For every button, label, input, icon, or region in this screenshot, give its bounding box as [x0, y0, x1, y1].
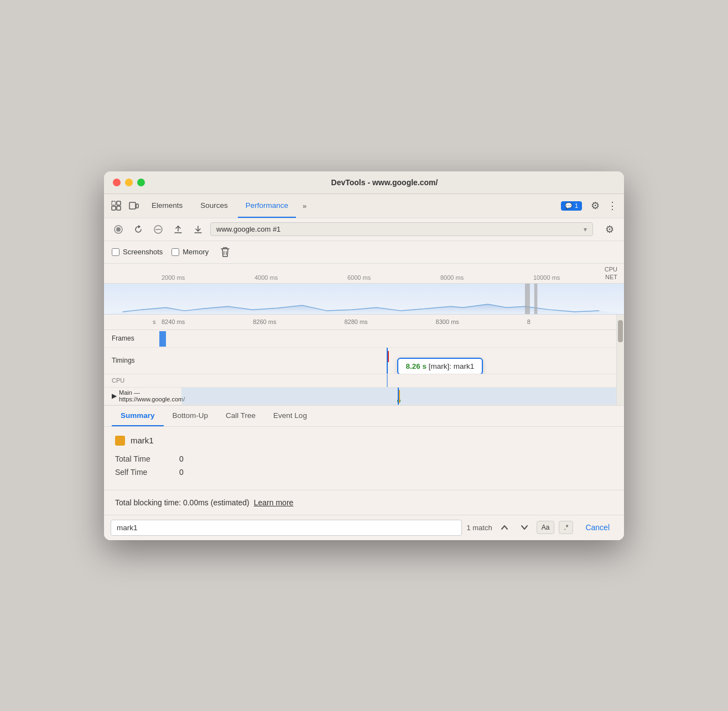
tick-2000: 2000 ms	[159, 274, 252, 283]
main-row: ▶ Main — https://www.google.com/	[104, 388, 616, 405]
time-ruler: 2000 ms 4000 ms 6000 ms 8000 ms 10000 ms…	[104, 264, 624, 284]
screenshots-checkbox[interactable]: Screenshots	[112, 248, 163, 256]
total-time-label: Total Time	[115, 454, 170, 463]
frames-label: Frames	[104, 334, 159, 342]
mark-text: [mark]: mark1	[427, 362, 474, 370]
cpu-row-content[interactable]	[159, 374, 616, 387]
cpu-label: CPU	[605, 266, 617, 273]
record-button[interactable]	[111, 222, 126, 237]
detail-tick-8300: 8300 ms	[434, 318, 525, 325]
tab-event-log[interactable]: Event Log	[264, 406, 316, 426]
detail-tick-8more: 8	[525, 318, 616, 325]
search-bar: 1 match Aa .* Cancel	[104, 515, 624, 540]
devtools-more-icon[interactable]: ⋮	[605, 200, 620, 212]
main-row-label[interactable]: ▶ Main — https://www.google.com/	[104, 389, 181, 402]
maximize-button[interactable]	[137, 179, 145, 186]
memory-checkbox[interactable]: Memory	[171, 248, 209, 256]
svg-rect-0	[112, 201, 116, 205]
bottom-panel: Summary Bottom-Up Call Tree Event Log ma…	[104, 406, 624, 540]
upload-button[interactable]	[170, 222, 186, 237]
case-sensitive-button[interactable]: Aa	[537, 521, 555, 534]
reload-button[interactable]	[131, 222, 146, 237]
svg-point-7	[116, 227, 121, 232]
clear-button[interactable]	[150, 222, 166, 237]
device-toggle-icon[interactable]	[126, 198, 142, 213]
cpu-row-label: CPU	[104, 377, 159, 384]
timings-content[interactable]: 8.26 s [mark]: mark1	[159, 348, 616, 374]
main-row-text: Main — https://www.google.com/	[119, 389, 185, 402]
self-time-label: Self Time	[115, 468, 170, 477]
overview-timeline: 2000 ms 4000 ms 6000 ms 8000 ms 10000 ms…	[104, 264, 624, 315]
blocking-section: Total blocking time: 0.00ms (estimated) …	[104, 490, 624, 515]
search-prev-button[interactable]	[497, 520, 512, 535]
close-button[interactable]	[113, 179, 121, 186]
frames-row: Frames	[104, 330, 616, 348]
net-label: NET	[605, 274, 617, 280]
svg-rect-16	[534, 284, 538, 314]
cpu-blue-line	[387, 374, 388, 387]
url-dropdown-icon[interactable]: ▾	[584, 226, 587, 233]
devtools-window: DevTools - www.google.com/ Elements Sour…	[104, 171, 624, 540]
inspector-icon[interactable]	[108, 198, 124, 213]
cancel-search-button[interactable]: Cancel	[578, 520, 617, 535]
main-blue-line	[398, 388, 399, 405]
tab-call-tree[interactable]: Call Tree	[217, 406, 264, 426]
timings-row: Timings 8.26 s [mark]: mark1	[104, 348, 616, 374]
tab-summary[interactable]: Summary	[112, 406, 164, 426]
regex-button[interactable]: .*	[559, 521, 573, 534]
detail-timeline: s 8240 ms 8260 ms 8280 ms 8300 ms 8 Fram…	[104, 315, 616, 405]
minimize-button[interactable]	[125, 179, 133, 186]
detail-tick-8240: 8240 ms	[159, 318, 251, 325]
svg-rect-2	[112, 206, 116, 210]
url-text: www.google.com #1	[216, 225, 280, 233]
tab-elements[interactable]: Elements	[144, 194, 190, 218]
detail-tick-8260: 8260 ms	[251, 318, 342, 325]
tab-bottom-up[interactable]: Bottom-Up	[164, 406, 217, 426]
mark-tooltip: 8.26 s [mark]: mark1	[397, 358, 483, 374]
mark-color-icon	[115, 436, 125, 446]
svg-rect-5	[136, 204, 138, 208]
svg-rect-3	[117, 206, 121, 210]
cpu-chart[interactable]	[104, 284, 624, 315]
tick-8000: 8000 ms	[438, 274, 531, 283]
chat-badge[interactable]: 💬 1	[561, 201, 582, 211]
tab-bar: Elements Sources Performance » 💬 1 ⚙ ⋮	[104, 194, 624, 218]
window-title: DevTools - www.google.com/	[154, 178, 615, 187]
url-bar[interactable]: www.google.com #1 ▾	[210, 222, 593, 236]
tab-sources[interactable]: Sources	[193, 194, 236, 218]
clear-recordings-button[interactable]	[217, 244, 233, 260]
mark-time: 8.26 s	[406, 362, 427, 370]
summary-title: mark1	[115, 436, 613, 446]
options-bar: Screenshots Memory	[104, 241, 624, 264]
search-match-count: 1 match	[466, 524, 492, 532]
total-time-row: Total Time 0	[115, 454, 613, 463]
summary-mark-name: mark1	[131, 436, 154, 445]
tick-4000: 4000 ms	[252, 274, 345, 283]
learn-more-link[interactable]: Learn more	[254, 498, 294, 507]
summary-section: mark1 Total Time 0 Self Time 0	[104, 427, 624, 490]
main-row-content[interactable]	[181, 388, 616, 405]
download-button[interactable]	[190, 222, 206, 237]
tab-more-button[interactable]: »	[298, 202, 311, 210]
devtools-settings-icon[interactable]: ⚙	[587, 198, 603, 213]
detail-timeline-wrapper: s 8240 ms 8260 ms 8280 ms 8300 ms 8 Fram…	[104, 315, 624, 406]
scrollbar-thumb[interactable]	[618, 320, 623, 342]
search-next-button[interactable]	[517, 520, 532, 535]
timings-label: Timings	[104, 357, 159, 364]
sub-tabs: Summary Bottom-Up Call Tree Event Log	[104, 406, 624, 427]
performance-toolbar: www.google.com #1 ▾ ⚙	[104, 218, 624, 241]
search-input[interactable]	[111, 520, 462, 536]
main-row-expand-icon[interactable]: ▶	[112, 392, 117, 400]
svg-rect-4	[129, 202, 136, 209]
frames-content[interactable]	[159, 330, 616, 347]
svg-rect-1	[117, 201, 121, 205]
self-time-row: Self Time 0	[115, 468, 613, 477]
cpu-row: CPU	[104, 374, 616, 388]
tab-performance[interactable]: Performance	[238, 194, 296, 218]
detail-tick-8280: 8280 ms	[342, 318, 433, 325]
timeline-scrollbar[interactable]	[616, 315, 624, 405]
capture-settings-icon[interactable]: ⚙	[602, 222, 617, 237]
window-controls	[113, 179, 145, 186]
title-bar: DevTools - www.google.com/	[104, 171, 624, 194]
blue-cursor-line	[387, 348, 388, 374]
